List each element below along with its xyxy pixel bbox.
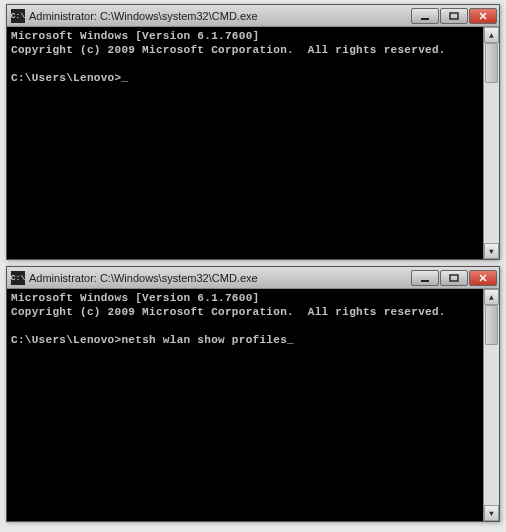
command-input[interactable] [121, 72, 128, 84]
minimize-button[interactable] [411, 8, 439, 24]
scroll-thumb[interactable] [485, 305, 498, 345]
cmd-window: C:\ Administrator: C:\Windows\system32\C… [6, 4, 500, 260]
minimize-icon [420, 12, 430, 20]
svg-rect-1 [450, 13, 458, 19]
close-button[interactable] [469, 270, 497, 286]
scroll-track[interactable] [484, 305, 499, 505]
maximize-button[interactable] [440, 270, 468, 286]
prompt: C:\Users\Lenovo> [11, 334, 121, 346]
console-output[interactable]: Microsoft Windows [Version 6.1.7600] Cop… [7, 27, 483, 259]
vertical-scrollbar[interactable]: ▲ ▼ [483, 289, 499, 521]
cmd-icon: C:\ [11, 9, 25, 23]
scroll-down-button[interactable]: ▼ [484, 243, 499, 259]
minimize-icon [420, 274, 430, 282]
close-button[interactable] [469, 8, 497, 24]
console-body: Microsoft Windows [Version 6.1.7600] Cop… [7, 289, 499, 521]
window-controls [411, 270, 497, 286]
scroll-down-button[interactable]: ▼ [484, 505, 499, 521]
cmd-icon: C:\ [11, 271, 25, 285]
copyright-line: Copyright (c) 2009 Microsoft Corporation… [11, 44, 446, 56]
version-line: Microsoft Windows [Version 6.1.7600] [11, 30, 259, 42]
scroll-up-button[interactable]: ▲ [484, 27, 499, 43]
copyright-line: Copyright (c) 2009 Microsoft Corporation… [11, 306, 446, 318]
prompt: C:\Users\Lenovo> [11, 72, 121, 84]
scroll-up-button[interactable]: ▲ [484, 289, 499, 305]
window-title: Administrator: C:\Windows\system32\CMD.e… [29, 272, 411, 284]
close-icon [478, 274, 488, 282]
command-input[interactable]: netsh wlan show profiles [121, 334, 294, 346]
svg-rect-5 [450, 275, 458, 281]
console-body: Microsoft Windows [Version 6.1.7600] Cop… [7, 27, 499, 259]
maximize-button[interactable] [440, 8, 468, 24]
minimize-button[interactable] [411, 270, 439, 286]
maximize-icon [449, 274, 459, 282]
version-line: Microsoft Windows [Version 6.1.7600] [11, 292, 259, 304]
console-output[interactable]: Microsoft Windows [Version 6.1.7600] Cop… [7, 289, 483, 521]
scroll-thumb[interactable] [485, 43, 498, 83]
close-icon [478, 12, 488, 20]
vertical-scrollbar[interactable]: ▲ ▼ [483, 27, 499, 259]
cmd-window: C:\ Administrator: C:\Windows\system32\C… [6, 266, 500, 522]
window-controls [411, 8, 497, 24]
titlebar[interactable]: C:\ Administrator: C:\Windows\system32\C… [7, 267, 499, 289]
maximize-icon [449, 12, 459, 20]
scroll-track[interactable] [484, 43, 499, 243]
svg-rect-4 [421, 280, 429, 282]
window-title: Administrator: C:\Windows\system32\CMD.e… [29, 10, 411, 22]
svg-rect-0 [421, 18, 429, 20]
titlebar[interactable]: C:\ Administrator: C:\Windows\system32\C… [7, 5, 499, 27]
